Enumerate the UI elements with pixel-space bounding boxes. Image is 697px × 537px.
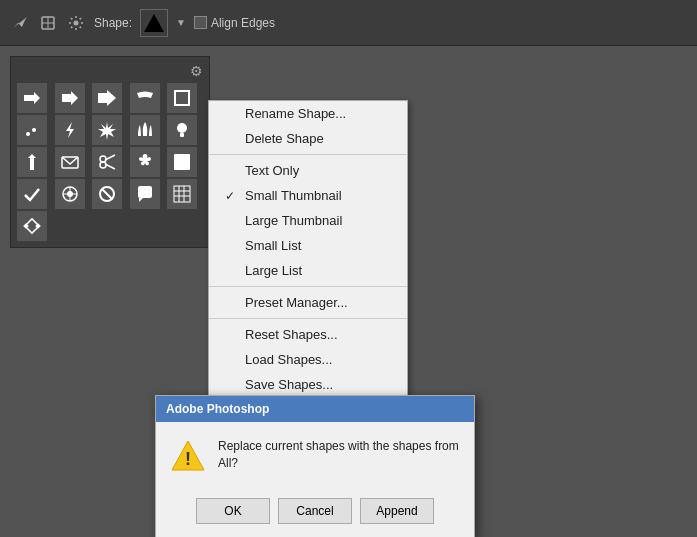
dialog-message: Replace current shapes with the shapes f… [218, 438, 460, 472]
align-edges-checkbox[interactable] [194, 16, 207, 29]
menu-reset-shapes[interactable]: Reset Shapes... [209, 322, 407, 347]
shapes-gear-button[interactable]: ⚙ [190, 63, 203, 79]
shapes-grid [17, 83, 203, 241]
svg-marker-6 [98, 90, 116, 106]
shape-target[interactable] [55, 179, 85, 209]
pen-tool-icon [10, 13, 30, 33]
shape-arrow-bold[interactable] [55, 83, 85, 113]
svg-rect-23 [174, 186, 190, 202]
menu-divider-2 [209, 286, 407, 287]
shape-label: Shape: [94, 16, 132, 30]
svg-text:!: ! [185, 449, 191, 469]
svg-rect-29 [23, 223, 29, 229]
shapes-panel: ⚙ [10, 56, 210, 248]
menu-rename-shape[interactable]: Rename Shape... [209, 101, 407, 126]
warning-icon: ! [170, 438, 206, 474]
menu-divider-1 [209, 154, 407, 155]
settings-icon[interactable] [66, 13, 86, 33]
shape-crosshatch[interactable] [167, 179, 197, 209]
dialog-titlebar: Adobe Photoshop [156, 396, 474, 422]
dialog-cancel-button[interactable]: Cancel [278, 498, 352, 524]
svg-line-22 [102, 189, 112, 199]
svg-point-9 [177, 123, 187, 133]
svg-marker-4 [24, 92, 40, 104]
menu-large-list[interactable]: Large List [209, 258, 407, 283]
shape-lightning[interactable] [55, 115, 85, 145]
dialog-append-button[interactable]: Append [360, 498, 434, 524]
menu-text-only[interactable]: Text Only [209, 158, 407, 183]
shape-preview[interactable] [140, 9, 168, 37]
shape-fleur[interactable] [130, 147, 160, 177]
dialog-ok-button[interactable]: OK [196, 498, 270, 524]
menu-delete-shape[interactable]: Delete Shape [209, 126, 407, 151]
shape-diamond-grid[interactable] [17, 211, 47, 241]
shape-checkmark[interactable] [17, 179, 47, 209]
shapes-panel-header: ⚙ [17, 63, 203, 79]
toolbar: Shape: ▼ Align Edges [0, 0, 697, 46]
shape-hand-point[interactable] [17, 147, 47, 177]
align-edges-label: Align Edges [211, 16, 275, 30]
shape-ribbon[interactable] [130, 83, 160, 113]
menu-preset-manager[interactable]: Preset Manager... [209, 290, 407, 315]
main-area: ⚙ [0, 46, 697, 258]
svg-marker-5 [62, 91, 78, 105]
shape-banner[interactable] [167, 147, 197, 177]
dialog-title: Adobe Photoshop [166, 402, 269, 416]
svg-rect-10 [180, 133, 184, 137]
shape-scissors[interactable] [92, 147, 122, 177]
menu-small-list[interactable]: Small List [209, 233, 407, 258]
shape-square[interactable] [167, 83, 197, 113]
align-edges-area: Align Edges [194, 16, 275, 30]
svg-rect-7 [175, 91, 189, 105]
move-icon [38, 13, 58, 33]
shape-music[interactable] [17, 115, 47, 145]
menu-divider-3 [209, 318, 407, 319]
svg-rect-30 [35, 223, 41, 229]
menu-save-shapes[interactable]: Save Shapes... [209, 372, 407, 397]
svg-rect-16 [174, 154, 190, 170]
shape-no-symbol[interactable] [92, 179, 122, 209]
dialog-body: ! Replace current shapes with the shapes… [156, 422, 474, 490]
menu-large-thumbnail[interactable]: Large Thumbnail [209, 208, 407, 233]
shape-arrow-wide[interactable] [92, 83, 122, 113]
shape-dropdown-arrow[interactable]: ▼ [176, 17, 186, 28]
shape-envelope[interactable] [55, 147, 85, 177]
shape-bulb[interactable] [167, 115, 197, 145]
menu-small-thumbnail[interactable]: ✓ Small Thumbnail [209, 183, 407, 208]
svg-point-13 [100, 162, 106, 168]
dialog: Adobe Photoshop ! Replace current shapes… [155, 395, 475, 537]
svg-line-15 [105, 164, 115, 169]
menu-load-shapes[interactable]: Load Shapes... [209, 347, 407, 372]
shape-grass[interactable] [130, 115, 160, 145]
svg-point-3 [74, 20, 79, 25]
dialog-buttons: OK Cancel Append [156, 490, 474, 537]
shape-burst[interactable] [92, 115, 122, 145]
svg-line-14 [105, 155, 115, 160]
shape-arrow-right[interactable] [17, 83, 47, 113]
svg-point-12 [100, 156, 106, 162]
svg-marker-8 [66, 122, 74, 138]
shape-speech[interactable] [130, 179, 160, 209]
